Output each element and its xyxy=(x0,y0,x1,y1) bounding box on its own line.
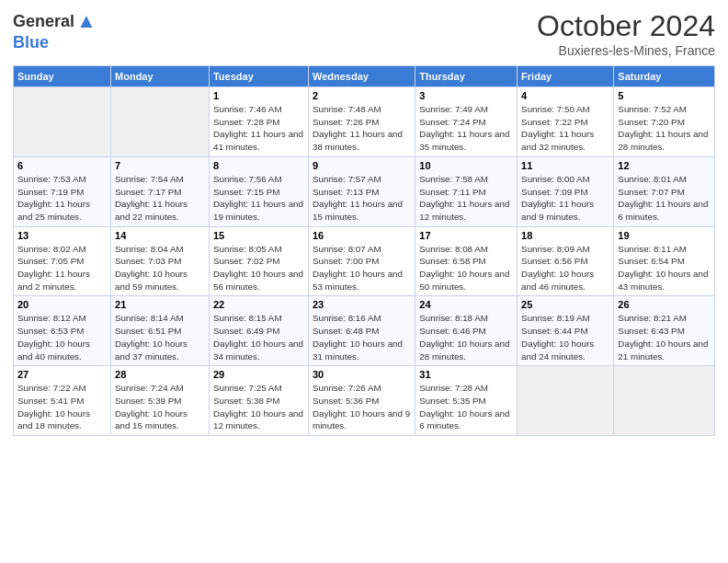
header-day-wednesday: Wednesday xyxy=(308,66,415,87)
sunrise-text: Sunrise: 8:19 AM xyxy=(521,312,609,325)
calendar-cell: 14Sunrise: 8:04 AMSunset: 7:03 PMDayligh… xyxy=(111,226,210,296)
sunrise-text: Sunrise: 7:24 AM xyxy=(115,382,205,395)
daylight-text: Daylight: 11 hours and 15 minutes. xyxy=(313,198,411,223)
calendar-cell: 21Sunrise: 8:14 AMSunset: 6:51 PMDayligh… xyxy=(111,296,210,366)
day-info: Sunrise: 8:02 AMSunset: 7:05 PMDaylight:… xyxy=(17,243,107,293)
sunset-text: Sunset: 6:56 PM xyxy=(521,255,609,268)
day-number: 26 xyxy=(618,299,711,310)
day-number: 16 xyxy=(313,230,411,241)
calendar-cell: 25Sunrise: 8:19 AMSunset: 6:44 PMDayligh… xyxy=(518,296,614,366)
day-number: 2 xyxy=(313,90,411,101)
day-info: Sunrise: 7:24 AMSunset: 5:39 PMDaylight:… xyxy=(115,382,205,432)
sunset-text: Sunset: 7:15 PM xyxy=(213,186,304,199)
day-number: 13 xyxy=(17,230,107,241)
daylight-text: Daylight: 10 hours and 18 minutes. xyxy=(17,408,107,432)
sunset-text: Sunset: 5:36 PM xyxy=(313,395,411,408)
sunrise-text: Sunrise: 8:21 AM xyxy=(618,312,711,325)
sunrise-text: Sunrise: 8:15 AM xyxy=(213,312,304,325)
sunrise-text: Sunrise: 7:26 AM xyxy=(313,382,411,395)
calendar-cell: 30Sunrise: 7:26 AMSunset: 5:36 PMDayligh… xyxy=(308,366,415,436)
sunset-text: Sunset: 7:24 PM xyxy=(419,116,513,129)
daylight-text: Daylight: 10 hours and 28 minutes. xyxy=(419,338,513,362)
day-number: 10 xyxy=(419,160,513,171)
calendar-cell: 26Sunrise: 8:21 AMSunset: 6:43 PMDayligh… xyxy=(614,296,715,366)
calendar-cell: 28Sunrise: 7:24 AMSunset: 5:39 PMDayligh… xyxy=(111,366,210,436)
page-container: General ▲ Blue October 2024 Buxieres-les… xyxy=(0,0,728,445)
sunrise-text: Sunrise: 7:49 AM xyxy=(419,103,513,116)
sunset-text: Sunset: 7:00 PM xyxy=(313,255,411,268)
sunset-text: Sunset: 6:53 PM xyxy=(17,325,107,338)
day-info: Sunrise: 8:19 AMSunset: 6:44 PMDaylight:… xyxy=(521,312,609,362)
day-info: Sunrise: 7:53 AMSunset: 7:19 PMDaylight:… xyxy=(17,173,107,224)
sunset-text: Sunset: 5:35 PM xyxy=(419,395,513,408)
calendar-cell: 8Sunrise: 7:56 AMSunset: 7:15 PMDaylight… xyxy=(209,156,308,226)
calendar-cell: 12Sunrise: 8:01 AMSunset: 7:07 PMDayligh… xyxy=(614,156,715,226)
daylight-text: Daylight: 11 hours and 25 minutes. xyxy=(17,198,107,223)
sunset-text: Sunset: 7:19 PM xyxy=(17,186,107,199)
week-row-3: 20Sunrise: 8:12 AMSunset: 6:53 PMDayligh… xyxy=(14,296,715,366)
sunset-text: Sunset: 7:11 PM xyxy=(419,186,513,199)
header: General ▲ Blue October 2024 Buxieres-les… xyxy=(13,9,715,58)
sunrise-text: Sunrise: 8:16 AM xyxy=(313,312,411,325)
daylight-text: Daylight: 11 hours and 2 minutes. xyxy=(17,268,107,293)
day-number: 30 xyxy=(313,369,411,380)
day-number: 21 xyxy=(115,299,205,310)
day-info: Sunrise: 7:57 AMSunset: 7:13 PMDaylight:… xyxy=(313,173,411,224)
day-info: Sunrise: 8:05 AMSunset: 7:02 PMDaylight:… xyxy=(213,243,304,293)
daylight-text: Daylight: 11 hours and 38 minutes. xyxy=(313,128,411,153)
daylight-text: Daylight: 11 hours and 12 minutes. xyxy=(419,198,513,223)
header-day-tuesday: Tuesday xyxy=(209,66,308,87)
daylight-text: Daylight: 10 hours and 56 minutes. xyxy=(213,268,304,293)
day-info: Sunrise: 8:08 AMSunset: 6:58 PMDaylight:… xyxy=(419,243,513,293)
daylight-text: Daylight: 11 hours and 28 minutes. xyxy=(618,128,711,153)
day-info: Sunrise: 7:58 AMSunset: 7:11 PMDaylight:… xyxy=(419,173,513,224)
day-number: 24 xyxy=(419,299,513,310)
day-info: Sunrise: 7:46 AMSunset: 7:28 PMDaylight:… xyxy=(213,103,304,154)
sunset-text: Sunset: 6:48 PM xyxy=(313,325,411,338)
daylight-text: Daylight: 10 hours and 21 minutes. xyxy=(618,338,711,362)
daylight-text: Daylight: 10 hours and 59 minutes. xyxy=(115,268,205,293)
calendar-table: SundayMondayTuesdayWednesdayThursdayFrid… xyxy=(13,65,715,436)
day-number: 22 xyxy=(213,299,304,310)
day-info: Sunrise: 8:07 AMSunset: 7:00 PMDaylight:… xyxy=(313,243,411,293)
day-number: 1 xyxy=(213,90,304,101)
header-day-thursday: Thursday xyxy=(415,66,518,87)
daylight-text: Daylight: 10 hours and 9 minutes. xyxy=(313,408,411,432)
sunrise-text: Sunrise: 7:25 AM xyxy=(213,382,304,395)
day-info: Sunrise: 7:54 AMSunset: 7:17 PMDaylight:… xyxy=(115,173,205,224)
sunset-text: Sunset: 5:39 PM xyxy=(115,395,205,408)
day-info: Sunrise: 8:21 AMSunset: 6:43 PMDaylight:… xyxy=(618,312,711,362)
sunrise-text: Sunrise: 8:08 AM xyxy=(419,243,513,256)
calendar-cell xyxy=(14,87,111,157)
calendar-cell: 15Sunrise: 8:05 AMSunset: 7:02 PMDayligh… xyxy=(209,226,308,296)
day-number: 6 xyxy=(17,160,107,171)
daylight-text: Daylight: 11 hours and 6 minutes. xyxy=(618,198,711,223)
day-info: Sunrise: 7:52 AMSunset: 7:20 PMDaylight:… xyxy=(618,103,711,154)
daylight-text: Daylight: 10 hours and 24 minutes. xyxy=(521,338,609,362)
sunrise-text: Sunrise: 7:57 AM xyxy=(313,173,411,186)
calendar-cell xyxy=(518,366,614,436)
sunrise-text: Sunrise: 8:07 AM xyxy=(313,243,411,256)
calendar-cell: 24Sunrise: 8:18 AMSunset: 6:46 PMDayligh… xyxy=(415,296,518,366)
sunset-text: Sunset: 5:41 PM xyxy=(17,395,107,408)
day-number: 7 xyxy=(115,160,205,171)
day-number: 31 xyxy=(419,369,513,380)
calendar-cell: 16Sunrise: 8:07 AMSunset: 7:00 PMDayligh… xyxy=(308,226,415,296)
day-info: Sunrise: 7:25 AMSunset: 5:38 PMDaylight:… xyxy=(213,382,304,432)
sunrise-text: Sunrise: 8:05 AM xyxy=(213,243,304,256)
sunrise-text: Sunrise: 7:54 AM xyxy=(115,173,205,186)
daylight-text: Daylight: 11 hours and 22 minutes. xyxy=(115,198,205,223)
day-info: Sunrise: 8:16 AMSunset: 6:48 PMDaylight:… xyxy=(313,312,411,362)
sunset-text: Sunset: 7:17 PM xyxy=(115,186,205,199)
calendar-cell: 29Sunrise: 7:25 AMSunset: 5:38 PMDayligh… xyxy=(209,366,308,436)
calendar-cell: 4Sunrise: 7:50 AMSunset: 7:22 PMDaylight… xyxy=(518,87,614,157)
sunset-text: Sunset: 7:09 PM xyxy=(521,186,609,199)
sunset-text: Sunset: 6:46 PM xyxy=(419,325,513,338)
calendar-cell: 22Sunrise: 8:15 AMSunset: 6:49 PMDayligh… xyxy=(209,296,308,366)
daylight-text: Daylight: 10 hours and 12 minutes. xyxy=(213,408,304,432)
sunrise-text: Sunrise: 7:28 AM xyxy=(419,382,513,395)
day-number: 8 xyxy=(213,160,304,171)
day-number: 9 xyxy=(313,160,411,171)
calendar-cell: 10Sunrise: 7:58 AMSunset: 7:11 PMDayligh… xyxy=(415,156,518,226)
calendar-cell: 9Sunrise: 7:57 AMSunset: 7:13 PMDaylight… xyxy=(308,156,415,226)
